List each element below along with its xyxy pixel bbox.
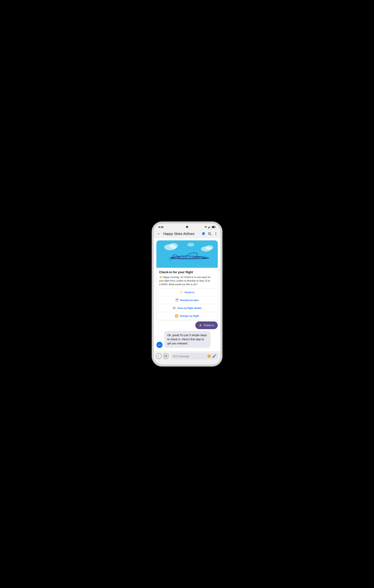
wifi-icon xyxy=(204,226,207,228)
emoji-button[interactable]: 😊 xyxy=(207,354,211,358)
card-text: 👋 Happy morning, Jo! Check-in is now ope… xyxy=(159,275,215,286)
svg-point-11 xyxy=(216,233,216,234)
app-title: Happy Skies Airlines xyxy=(163,232,200,236)
status-bar: 9:30 xyxy=(154,223,220,230)
bot-message-text: Ok, great! It's just 3 simple steps to c… xyxy=(167,334,207,345)
top-icons xyxy=(202,232,218,236)
svg-rect-20 xyxy=(198,257,200,258)
change-flight-action[interactable]: 🔀 Change my flight xyxy=(156,312,218,320)
back-button[interactable]: ← xyxy=(156,231,162,237)
svg-rect-7 xyxy=(215,227,216,227)
card-image xyxy=(156,240,218,268)
card-title: Check-in for your flight xyxy=(159,271,215,274)
input-bar: + 😊 🎤 xyxy=(154,351,220,361)
svg-rect-2 xyxy=(209,227,209,228)
bot-avatar: AT&T xyxy=(156,342,163,348)
svg-point-16 xyxy=(206,245,213,250)
media-button[interactable] xyxy=(163,353,169,359)
remind-later-action[interactable]: ⏰ Remind me later xyxy=(156,296,218,304)
chat-area: Check-in for your flight 👋 Happy morning… xyxy=(154,238,220,351)
bot-message-bubble: Ok, great! It's just 3 simple steps to c… xyxy=(164,331,210,348)
remind-emoji: ⏰ xyxy=(175,299,179,302)
camera-dot xyxy=(186,226,188,228)
svg-rect-6 xyxy=(212,226,214,228)
signal-icon xyxy=(208,226,211,228)
user-message-emoji: ⚡ xyxy=(199,324,202,327)
svg-rect-28 xyxy=(165,356,166,357)
card-actions: ⚡ Check in ⏰ Remind me later 🛩️ View my … xyxy=(156,288,218,320)
svg-point-0 xyxy=(205,228,206,228)
svg-rect-4 xyxy=(210,226,211,228)
check-in-emoji: ⚡ xyxy=(180,291,183,294)
add-button[interactable]: + xyxy=(156,353,162,359)
user-message-wrap: ⚡ Check in xyxy=(156,321,218,329)
svg-point-12 xyxy=(216,235,216,235)
bot-message-wrap: AT&T Ok, great! It's just 3 simple steps… xyxy=(156,331,218,348)
view-flight-emoji: 🛩️ xyxy=(172,306,176,310)
att-logo: AT&T xyxy=(157,342,162,347)
search-icon[interactable] xyxy=(208,232,211,236)
top-bar: ← Happy Skies Airlines xyxy=(154,230,220,238)
svg-line-9 xyxy=(210,234,211,235)
input-field-wrap: 😊 🎤 xyxy=(170,353,218,359)
check-in-action[interactable]: ⚡ Check in xyxy=(156,288,218,296)
card-body: Check-in for your flight 👋 Happy morning… xyxy=(156,268,218,286)
status-time: 9:30 xyxy=(158,226,164,228)
mic-button[interactable]: 🎤 xyxy=(212,354,216,358)
more-icon[interactable] xyxy=(214,232,218,236)
svg-rect-21 xyxy=(201,257,202,258)
input-right-icons: 😊 🎤 xyxy=(207,354,216,358)
status-icons xyxy=(204,226,216,228)
media-icon xyxy=(165,355,167,357)
message-input[interactable] xyxy=(173,355,206,358)
input-left-icons: + xyxy=(156,353,169,359)
change-flight-emoji: 🔀 xyxy=(175,314,178,317)
check-in-label: Check in xyxy=(184,291,194,294)
view-flight-label: View my flight details xyxy=(177,307,201,309)
shield-icon[interactable] xyxy=(202,232,205,236)
view-flight-action[interactable]: 🛩️ View my flight details xyxy=(156,304,218,312)
user-message-text: Check in xyxy=(204,324,214,327)
change-flight-label: Change my flight xyxy=(180,315,199,317)
svg-point-17 xyxy=(187,243,194,247)
svg-rect-1 xyxy=(208,227,209,228)
svg-point-14 xyxy=(169,243,178,249)
user-message-bubble: ⚡ Check in xyxy=(195,321,218,329)
svg-point-10 xyxy=(216,232,216,233)
battery-icon xyxy=(212,226,216,228)
remind-label: Remind me later xyxy=(180,299,199,302)
add-icon: + xyxy=(158,355,159,358)
svg-rect-3 xyxy=(210,226,210,228)
sky-illustration xyxy=(156,240,218,268)
phone-frame: 9:30 ← xyxy=(154,223,220,365)
svg-text:AT&T: AT&T xyxy=(158,345,161,346)
rich-card: Check-in for your flight 👋 Happy morning… xyxy=(156,240,218,320)
